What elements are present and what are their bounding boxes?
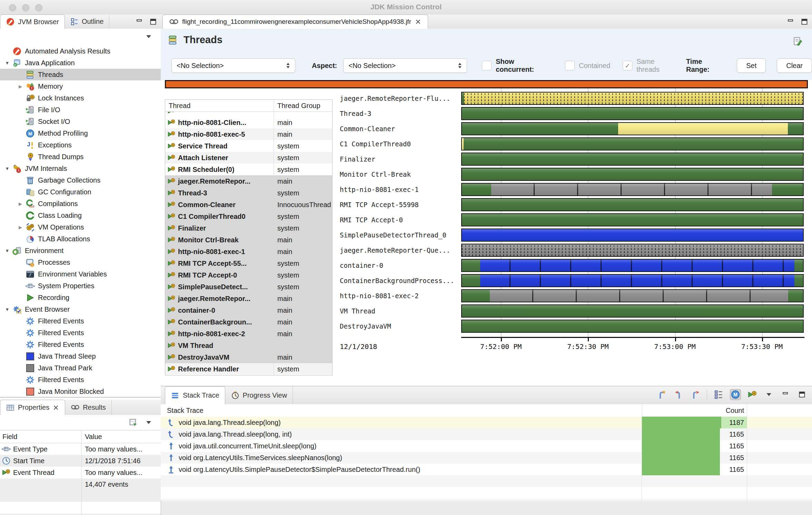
thread-table-row[interactable]: Common-CleanerInnocuousThread <box>165 199 332 211</box>
show-concurrent-checkbox[interactable] <box>482 61 492 70</box>
tab-stack-trace[interactable]: Stack Trace <box>165 386 225 405</box>
thread-lane-bar[interactable] <box>461 274 804 287</box>
thread-table-row[interactable]: ContainerBackgroun...main <box>165 316 332 328</box>
thread-table-row[interactable]: http-nio-8081-exec-1main <box>165 246 332 258</box>
thread-table-row[interactable]: jaeger.RemoteRepor...main <box>165 293 332 304</box>
thread-table-row[interactable]: Service Threadsystem <box>165 140 332 152</box>
thread-table-row[interactable]: jaeger.RemoteRepor...main <box>165 175 332 187</box>
aspect-select[interactable]: <No Selection> <box>343 58 467 73</box>
tree-item[interactable]: TLAB Allocations <box>0 233 161 245</box>
tree-item[interactable]: Class Loading <box>0 210 161 221</box>
stack-trace-row[interactable]: void java.lang.Thread.sleep(long, int)11… <box>161 428 812 440</box>
field-column-header[interactable]: Field <box>0 433 81 441</box>
minimize-view-icon[interactable] <box>135 18 143 26</box>
thread-table-row[interactable]: RMI Scheduler(0)system <box>165 164 332 175</box>
stack-trace-row[interactable]: void org.LatencyUtils.SimplePauseDetecto… <box>161 464 812 475</box>
tree-item[interactable]: Filtered Events <box>0 315 161 327</box>
collapsed-arrow-icon[interactable]: ▶ <box>15 225 26 230</box>
thread-lane-bar[interactable] <box>461 92 804 105</box>
thread-lane-bar[interactable] <box>461 259 804 272</box>
thread-table-row[interactable]: http-nio-8081-exec-2main <box>165 328 332 340</box>
expanded-arrow-icon[interactable]: ▼ <box>2 60 12 66</box>
tree-item[interactable]: /Environment Variables <box>0 268 161 280</box>
value-column-header[interactable]: Value <box>81 430 161 443</box>
minimize-editor-icon[interactable] <box>786 18 795 26</box>
clear-button[interactable]: Clear <box>777 58 812 73</box>
thread-table-row[interactable]: RMI TCP Accept-55...system <box>165 258 332 269</box>
tree-item[interactable]: ▼!JVM Internals <box>0 163 161 174</box>
tree-item[interactable]: Java Thread Sleep <box>0 350 161 362</box>
tree-item[interactable]: Socket I/O <box>0 116 161 127</box>
close-icon[interactable] <box>415 18 422 25</box>
maximize-editor-icon[interactable] <box>800 18 809 26</box>
property-row[interactable]: 14,407 events <box>0 478 161 490</box>
tree-item[interactable]: ▼CJava Application <box>0 57 161 69</box>
thread-group-column-header[interactable]: Thread Group <box>274 100 332 111</box>
minimize-view-icon[interactable] <box>781 390 790 399</box>
collapsed-arrow-icon[interactable]: ▶ <box>15 84 26 89</box>
expanded-arrow-icon[interactable]: ▼ <box>2 248 12 253</box>
tree-item[interactable]: ▼Event Browser <box>0 303 161 315</box>
thread-lane-bar[interactable] <box>461 213 804 226</box>
thread-lane-bar[interactable] <box>461 168 804 181</box>
tab-progress-view[interactable]: Progress View <box>225 386 293 404</box>
thread-lane-bar[interactable] <box>461 122 804 135</box>
set-button[interactable]: Set <box>737 58 766 73</box>
tab-results[interactable]: Results <box>65 400 112 415</box>
stack-trace-row[interactable]: void java.lang.Thread.sleep(long)1187 <box>161 417 812 428</box>
lock-tree-icon[interactable] <box>110 31 121 42</box>
collapsed-arrow-icon[interactable]: ▶ <box>15 201 26 206</box>
thread-lane-bar[interactable] <box>461 107 804 120</box>
tree-item[interactable]: ▶!Memory <box>0 80 161 92</box>
expanded-arrow-icon[interactable]: ▼ <box>2 166 12 171</box>
maximize-view-icon[interactable] <box>798 390 806 399</box>
thread-lane-bar[interactable] <box>461 229 804 242</box>
tab-outline[interactable]: Outline <box>65 14 109 29</box>
thread-lane-bar[interactable] <box>461 304 804 318</box>
thread-table-row[interactable]: Monitor Ctrl-Breakmain <box>165 234 332 246</box>
close-icon[interactable] <box>52 404 59 411</box>
tree-item[interactable]: Filtered Events <box>0 327 161 339</box>
tree-item[interactable]: MMethod Profiling <box>0 127 161 139</box>
stack-trace-row[interactable]: void org.LatencyUtils.TimeServices.sleep… <box>161 452 812 464</box>
thread-table-row[interactable]: SimplePauseDetect...system <box>165 281 332 293</box>
stack-trace-column-header[interactable]: Stack Trace <box>161 407 642 415</box>
thread-table-row[interactable]: http-nio-8081-exec-5main <box>165 128 332 140</box>
thread-filter-select[interactable]: <No Selection> <box>171 58 295 73</box>
tab-jvm-browser[interactable]: JVM Browser <box>0 14 65 29</box>
tree-item[interactable]: GC Configuration <box>0 186 161 198</box>
tab-flight-recording[interactable]: flight_recording_11commirowengnerexample… <box>162 14 428 29</box>
thread-table-row[interactable]: RMI TCP Accept-0system <box>165 269 332 281</box>
tree-item[interactable]: ▶VM Operations <box>0 221 161 233</box>
thread-lane-bar[interactable] <box>461 320 804 333</box>
thread-table-row[interactable]: http-nio-8081-Clien...main <box>165 117 332 128</box>
stack-trace-row[interactable]: void java.util.concurrent.TimeUnit.sleep… <box>161 440 812 452</box>
thread-lane-bar[interactable] <box>461 289 804 302</box>
expanded-arrow-icon[interactable]: ▼ <box>2 307 12 312</box>
tree-item[interactable]: Garbage Collections <box>0 174 161 186</box>
thread-lane-bar[interactable] <box>461 244 804 257</box>
branch-back-icon[interactable] <box>674 390 684 399</box>
thread-column-header[interactable]: Thread <box>165 102 274 110</box>
thread-lane-bar[interactable] <box>461 137 804 150</box>
property-row[interactable]: Event ThreadToo many values... <box>0 467 161 478</box>
report-icon[interactable] <box>792 36 802 47</box>
tree-item[interactable]: JExceptions <box>0 139 161 151</box>
tree-item[interactable]: ▼Environment <box>0 245 161 256</box>
time-range-selector[interactable] <box>165 80 808 88</box>
tree-item[interactable]: <>System Properties <box>0 280 161 292</box>
property-row[interactable]: <>Event TypeToo many values... <box>0 443 161 455</box>
thread-lane-bar[interactable] <box>461 153 804 166</box>
tree-item[interactable]: Automated Analysis Results <box>0 45 161 57</box>
layout-icon[interactable] <box>128 418 138 427</box>
collapse-all-icon[interactable] <box>128 31 138 42</box>
tree-item[interactable]: Lock Instances <box>0 92 161 104</box>
tree-item[interactable]: Thread Dumps <box>0 151 161 163</box>
thread-lane-bar[interactable] <box>461 198 804 211</box>
thread-table-row[interactable]: VM Thread <box>165 340 332 351</box>
tree-item[interactable]: File I/O <box>0 104 161 116</box>
thread-table-row[interactable]: Reference Handlersystem <box>165 363 332 375</box>
tree-item[interactable]: Java Monitor Blocked <box>0 386 161 397</box>
same-threads-checkbox[interactable]: ✓ <box>623 61 632 70</box>
count-column-header[interactable]: Count <box>642 404 747 417</box>
